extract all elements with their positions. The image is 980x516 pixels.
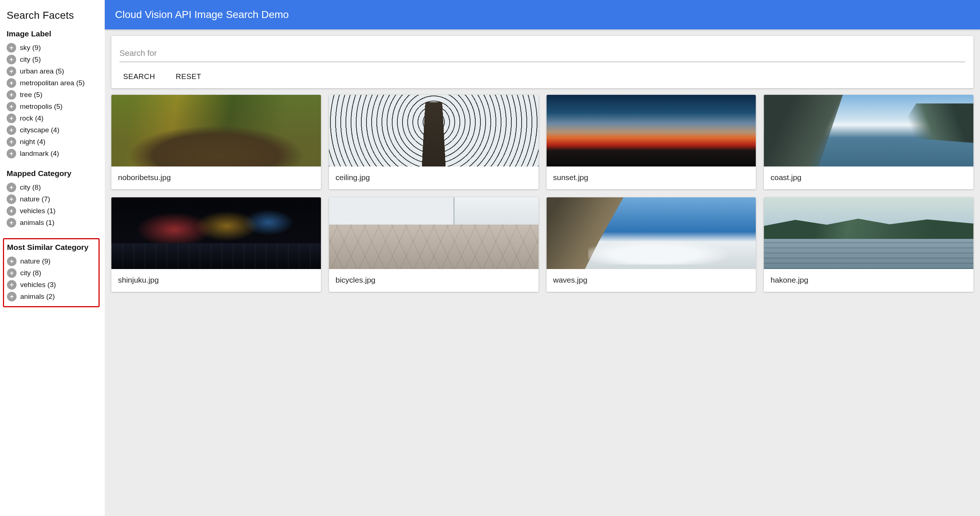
facet-item[interactable]: +animals (2) [7,291,95,302]
facet-item[interactable]: +nature (9) [7,256,95,267]
app-title: Cloud Vision API Image Search Demo [115,9,289,20]
result-filename: sunset.jpg [547,167,756,189]
result-card[interactable]: waves.jpg [547,197,756,292]
plus-icon[interactable]: + [6,55,16,64]
facet-item-label: vehicles (3) [20,281,56,289]
result-thumbnail[interactable] [547,197,756,269]
main-panel: Cloud Vision API Image Search Demo SEARC… [105,0,980,516]
result-card[interactable]: hakone.jpg [764,197,974,292]
facet-item[interactable]: +cityscape (4) [6,124,98,136]
result-card[interactable]: bicycles.jpg [329,197,539,292]
result-card[interactable]: noboribetsu.jpg [111,95,321,189]
facet-item-label: rock (4) [20,114,43,122]
facet-item[interactable]: +nature (7) [6,193,98,205]
plus-icon[interactable]: + [7,280,16,290]
result-card[interactable]: sunset.jpg [547,95,756,189]
facet-item-label: nature (7) [20,195,50,203]
results-grid: noboribetsu.jpgceiling.jpgsunset.jpgcoas… [105,95,980,298]
facet-item[interactable]: +animals (1) [6,217,98,229]
search-button[interactable]: SEARCH [119,70,159,83]
plus-icon[interactable]: + [6,149,16,159]
facet-item-label: sky (9) [20,44,41,52]
search-input[interactable] [119,46,965,62]
facet-item-label: tree (5) [20,91,42,99]
facet-group-title: Image Label [6,29,98,38]
plus-icon[interactable]: + [6,90,16,100]
result-filename: coast.jpg [764,167,974,189]
facet-item-label: city (8) [20,269,41,277]
plus-icon[interactable]: + [7,292,16,302]
plus-icon[interactable]: + [6,183,16,192]
facet-group-title: Most Similar Category [7,243,95,252]
facet-item[interactable]: +urban area (5) [6,65,98,77]
facet-item-label: night (4) [20,138,46,146]
facet-item[interactable]: +tree (5) [6,89,98,101]
facet-item-label: metropolitan area (5) [20,79,84,87]
facet-item[interactable]: +city (5) [6,54,98,65]
facets-sidebar: Search Facets Image Label+sky (9)+city (… [0,0,105,516]
result-filename: ceiling.jpg [329,167,539,189]
result-thumbnail[interactable] [111,95,321,167]
plus-icon[interactable]: + [6,125,16,135]
search-card: SEARCH RESET [111,36,974,88]
plus-icon[interactable]: + [6,102,16,111]
reset-button[interactable]: RESET [172,70,205,83]
plus-icon[interactable]: + [6,137,16,147]
facet-item[interactable]: +city (8) [7,267,95,279]
facet-item-label: city (5) [20,56,41,64]
result-filename: noboribetsu.jpg [111,167,321,189]
facet-item[interactable]: +night (4) [6,136,98,148]
plus-icon[interactable]: + [6,206,16,216]
result-filename: shinjuku.jpg [111,269,321,292]
facet-item-label: city (8) [20,183,41,192]
facet-item[interactable]: +vehicles (3) [7,279,95,291]
facet-group: Most Similar Category+nature (9)+city (8… [3,238,100,307]
plus-icon[interactable]: + [6,218,16,227]
plus-icon[interactable]: + [7,257,16,266]
result-thumbnail[interactable] [764,95,974,167]
plus-icon[interactable]: + [7,268,16,278]
facet-group: Mapped Category+city (8)+nature (7)+vehi… [6,169,98,229]
result-thumbnail[interactable] [329,197,539,269]
app-header: Cloud Vision API Image Search Demo [105,0,980,29]
plus-icon[interactable]: + [6,194,16,204]
search-actions: SEARCH RESET [119,62,965,83]
sidebar-title: Search Facets [6,10,98,21]
result-thumbnail[interactable] [329,95,539,167]
plus-icon[interactable]: + [6,78,16,88]
facet-item[interactable]: +sky (9) [6,42,98,54]
plus-icon[interactable]: + [6,67,16,76]
facet-item-label: animals (1) [20,219,54,227]
app-root: Search Facets Image Label+sky (9)+city (… [0,0,980,516]
facet-item-label: landmark (4) [20,149,59,158]
facet-item-label: metropolis (5) [20,103,62,111]
facet-item-label: animals (2) [20,292,55,301]
facet-item-label: nature (9) [20,257,50,265]
facet-item-label: vehicles (1) [20,207,56,215]
facet-item[interactable]: +rock (4) [6,113,98,124]
facet-item-label: urban area (5) [20,67,64,75]
result-card[interactable]: shinjuku.jpg [111,197,321,292]
result-thumbnail[interactable] [547,95,756,167]
facet-item[interactable]: +city (8) [6,181,98,193]
result-thumbnail[interactable] [764,197,974,269]
facet-item[interactable]: +metropolitan area (5) [6,77,98,89]
result-card[interactable]: ceiling.jpg [329,95,539,189]
facet-item[interactable]: +landmark (4) [6,148,98,159]
result-filename: bicycles.jpg [329,269,539,292]
result-filename: hakone.jpg [764,269,974,292]
plus-icon[interactable]: + [6,43,16,52]
plus-icon[interactable]: + [6,114,16,123]
facet-item[interactable]: +vehicles (1) [6,205,98,217]
facet-item[interactable]: +metropolis (5) [6,101,98,113]
facet-item-label: cityscape (4) [20,126,60,134]
result-card[interactable]: coast.jpg [764,95,974,189]
facet-group: Image Label+sky (9)+city (5)+urban area … [6,29,98,159]
result-thumbnail[interactable] [111,197,321,269]
facet-group-title: Mapped Category [6,169,98,178]
result-filename: waves.jpg [547,269,756,292]
